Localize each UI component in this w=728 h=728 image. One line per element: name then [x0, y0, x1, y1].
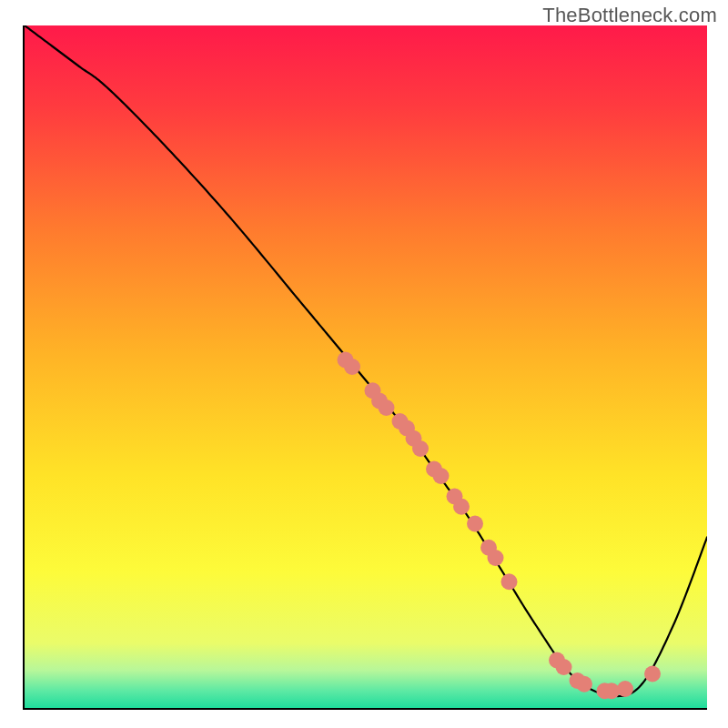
curve-marker: [453, 499, 470, 515]
curve-marker: [576, 676, 592, 693]
curve-marker: [488, 550, 504, 566]
curve-marker: [412, 440, 429, 457]
chart-svg: [25, 25, 707, 708]
curve-marker: [501, 573, 518, 590]
curve-marker: [617, 681, 633, 697]
chart-background-gradient: [25, 25, 707, 708]
curve-marker: [344, 359, 360, 375]
curve-marker: [433, 468, 450, 484]
curve-marker: [644, 666, 661, 682]
curve-marker: [379, 399, 395, 416]
watermark-text: TheBottleneck.com: [542, 4, 717, 27]
curve-marker: [467, 516, 483, 532]
curve-marker: [556, 659, 572, 675]
chart-plot-area: [23, 25, 707, 710]
